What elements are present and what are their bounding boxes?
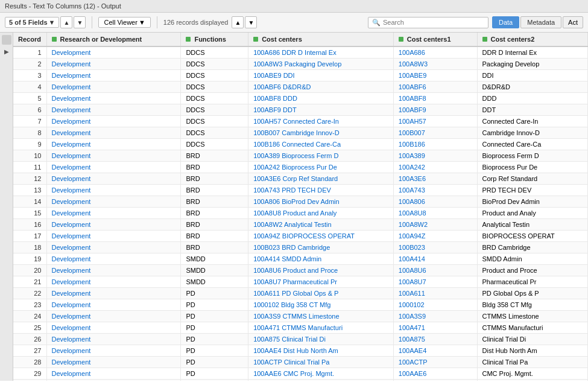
cell-cost-centers1[interactable]: 100AAE4 [393, 345, 477, 357]
cell-research[interactable]: Development [46, 81, 181, 93]
cell-cost-centers[interactable]: 100ACTP Clinical Trial Pa [248, 357, 394, 368]
fields-dropdown[interactable]: 5 of 5 Fields ▼ [5, 17, 59, 28]
cell-cost-centers1[interactable]: 100AAE6 [393, 368, 477, 380]
sort-down-button[interactable]: ▼ [74, 16, 86, 28]
cell-cost-centers1[interactable]: 100ABE9 [393, 70, 477, 81]
cell-cost-centers[interactable]: 1000102 Bldg 358 CT Mfg [248, 299, 394, 311]
cell-cost-centers1[interactable]: 100A3S9 [393, 311, 477, 322]
cell-research[interactable]: Development [46, 380, 181, 381]
cell-cost-centers[interactable]: 100B007 Cambridge Innov-D [248, 127, 394, 139]
cell-research[interactable]: Development [46, 196, 181, 208]
cell-cost-centers[interactable]: 100AAE4 Dist Hub North Am [248, 345, 394, 357]
cell-cost-centers[interactable]: 100ABF6 D&DR&D [248, 81, 394, 93]
side-arrow-icon[interactable]: ▶ [2, 47, 11, 56]
cell-research[interactable]: Development [46, 219, 181, 231]
cell-cost-centers1[interactable]: 100AH57 [393, 116, 477, 127]
cell-cost-centers1[interactable]: 100A686 [393, 46, 477, 59]
cell-cost-centers1[interactable]: 100ABF6 [393, 81, 477, 93]
cell-cost-centers1[interactable]: 100ABF9 [393, 104, 477, 116]
cell-cost-centers[interactable]: 100A875 Clinical Trial Di [248, 334, 394, 345]
tab-act[interactable]: Act [563, 16, 583, 28]
cell-cost-centers[interactable]: 100A471 CTMMS Manufacturi [248, 322, 394, 334]
cell-cost-centers1[interactable]: 100ABF8 [393, 93, 477, 104]
cell-cost-centers[interactable]: 100A8W3 Packaging Develop [248, 59, 394, 70]
cell-research[interactable]: Development [46, 242, 181, 253]
cell-cost-centers[interactable]: 100B186 Connected Care-Ca [248, 139, 394, 150]
cell-cost-centers1[interactable]: 100A3E6 [393, 173, 477, 185]
cell-cost-centers1[interactable]: 100B023 [393, 242, 477, 253]
cell-cost-centers[interactable]: 100A806 BioProd Dev Admin [248, 196, 394, 208]
cell-research[interactable]: Development [46, 162, 181, 173]
tab-metadata[interactable]: Metadata [520, 16, 561, 28]
cell-cost-centers1[interactable]: 100A8U7 [393, 276, 477, 288]
cell-cost-centers[interactable]: 100A743 PRD TECH DEV [248, 185, 394, 196]
side-icon-1[interactable] [2, 35, 11, 45]
cell-cost-centers[interactable]: 100ABE9 DDI [248, 70, 394, 81]
cell-research[interactable]: Development [46, 311, 181, 322]
cell-cost-centers1[interactable]: 100A389 [393, 150, 477, 162]
cell-research[interactable]: Development [46, 127, 181, 139]
cell-research[interactable]: Development [46, 59, 181, 70]
cell-research[interactable]: Development [46, 116, 181, 127]
cell-cost-centers1[interactable]: 100A94Z [393, 231, 477, 242]
cell-research[interactable]: Development [46, 299, 181, 311]
cell-cost-centers[interactable]: 100A3S9 CTMMS Limestone [248, 311, 394, 322]
cell-cost-centers1[interactable]: 100A414 [393, 253, 477, 265]
cell-research[interactable]: Development [46, 357, 181, 368]
cell-cost-centers1[interactable]: 100A8U8 [393, 208, 477, 219]
cell-cost-centers[interactable]: 100ABF9 DDT [248, 104, 394, 116]
cell-cost-centers1[interactable]: 100A8W3 [393, 59, 477, 70]
cell-cost-centers[interactable]: 100A8U6 Product and Proce [248, 265, 394, 276]
cell-cost-centers[interactable]: 100A414 SMDD Admin [248, 253, 394, 265]
cell-research[interactable]: Development [46, 104, 181, 116]
cell-cost-centers1[interactable]: 100A875 [393, 334, 477, 345]
cell-cost-centers[interactable]: 100A8U8 Product and Analy [248, 208, 394, 219]
cell-research[interactable]: Development [46, 334, 181, 345]
sort-up-button[interactable]: ▲ [60, 16, 72, 28]
cell-research[interactable]: Development [46, 150, 181, 162]
cell-cost-centers1[interactable]: 100AQ14 [393, 380, 477, 381]
cell-research[interactable]: Development [46, 276, 181, 288]
cell-cost-centers[interactable]: 100AAE6 CMC Proj. Mgmt. [248, 368, 394, 380]
cell-cost-centers[interactable]: 100B023 BRD Cambridge [248, 242, 394, 253]
cell-research[interactable]: Development [46, 139, 181, 150]
cell-cost-centers[interactable]: 100A8U7 Pharmaceutical Pr [248, 276, 394, 288]
cell-cost-centers1[interactable]: 100A8W2 [393, 219, 477, 231]
tab-data[interactable]: Data [492, 16, 519, 28]
search-input[interactable] [383, 19, 484, 26]
cell-research[interactable]: Development [46, 345, 181, 357]
cell-cost-centers[interactable]: 100A94Z BIOPROCESS OPERAT [248, 231, 394, 242]
cell-research[interactable]: Development [46, 185, 181, 196]
cell-cost-centers[interactable]: 100A389 Bioprocess Ferm D [248, 150, 394, 162]
cell-cost-centers[interactable]: 100A242 Bioprocess Pur De [248, 162, 394, 173]
cell-research[interactable]: Development [46, 208, 181, 219]
cell-research[interactable]: Development [46, 46, 181, 59]
cell-cost-centers1[interactable]: 100A611 [393, 288, 477, 299]
nav-up-button[interactable]: ▲ [232, 16, 244, 28]
cell-cost-centers1[interactable]: 1000102 [393, 299, 477, 311]
cell-cost-centers[interactable]: 100A8W2 Analytical Testin [248, 219, 394, 231]
cell-cost-centers1[interactable]: 100ACTP [393, 357, 477, 368]
cell-cost-centers[interactable]: 100A686 DDR D Internal Ex [248, 46, 394, 59]
cell-cost-centers1[interactable]: 100B186 [393, 139, 477, 150]
cell-cost-centers[interactable]: 100ABF8 DDD [248, 93, 394, 104]
cell-cost-centers[interactable]: 100AQ14 Materials Mgmt. [248, 380, 394, 381]
cell-cost-centers1[interactable]: 100A8U6 [393, 265, 477, 276]
cell-research[interactable]: Development [46, 253, 181, 265]
cell-research[interactable]: Development [46, 173, 181, 185]
cell-cost-centers1[interactable]: 100A471 [393, 322, 477, 334]
cell-cost-centers[interactable]: 100AH57 Connected Care-In [248, 116, 394, 127]
cell-cost-centers1[interactable]: 100A806 [393, 196, 477, 208]
cell-research[interactable]: Development [46, 368, 181, 380]
cell-research[interactable]: Development [46, 231, 181, 242]
nav-down-button[interactable]: ▼ [245, 16, 257, 28]
cell-research[interactable]: Development [46, 288, 181, 299]
cell-cost-centers1[interactable]: 100B007 [393, 127, 477, 139]
cell-cost-centers1[interactable]: 100A743 [393, 185, 477, 196]
cell-research[interactable]: Development [46, 70, 181, 81]
cell-cost-centers[interactable]: 100A3E6 Corp Ref Standard [248, 173, 394, 185]
cell-research[interactable]: Development [46, 93, 181, 104]
cell-cost-centers1[interactable]: 100A242 [393, 162, 477, 173]
cell-research[interactable]: Development [46, 322, 181, 334]
cell-cost-centers[interactable]: 100A611 PD Global Ops & P [248, 288, 394, 299]
